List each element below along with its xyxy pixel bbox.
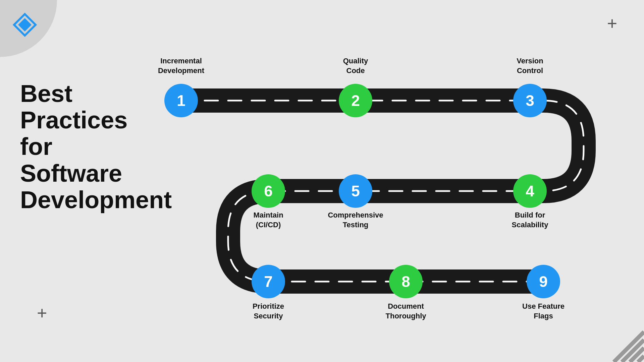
step-label-8: DocumentThoroughly <box>376 302 436 321</box>
step-label-9: Use FeatureFlags <box>513 302 574 321</box>
step-node-6: 6 <box>252 174 285 208</box>
step-label-1: IncrementalDevelopment <box>151 56 211 75</box>
decorative-stripes <box>607 325 644 362</box>
step-node-8: 8 <box>389 265 423 298</box>
roadmap-container: 1 IncrementalDevelopment 2 QualityCode 3… <box>141 27 604 349</box>
step-label-3: VersionControl <box>500 56 560 75</box>
step-label-2: QualityCode <box>325 56 386 75</box>
plus-top-right-icon: + <box>607 15 617 32</box>
plus-bottom-left-icon: + <box>37 304 47 322</box>
logo-icon <box>13 13 37 37</box>
step-node-4: 4 <box>513 174 547 208</box>
logo-container <box>0 0 57 57</box>
step-node-2: 2 <box>339 84 372 117</box>
step-node-7: 7 <box>252 265 285 298</box>
step-node-5: 5 <box>339 174 372 208</box>
step-node-9: 9 <box>527 265 560 298</box>
step-label-6: Maintain(CI/CD) <box>238 210 299 230</box>
step-label-5: ComprehensiveTesting <box>325 210 386 230</box>
step-node-3: 3 <box>513 84 547 117</box>
step-label-4: Build forScalability <box>500 210 560 230</box>
svg-line-5 <box>638 356 644 362</box>
step-node-1: 1 <box>164 84 198 117</box>
step-label-7: PrioritizeSecurity <box>238 302 299 321</box>
